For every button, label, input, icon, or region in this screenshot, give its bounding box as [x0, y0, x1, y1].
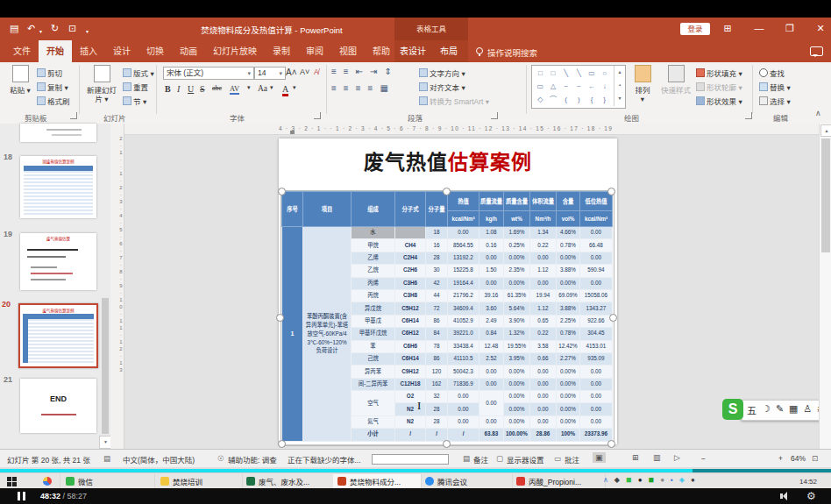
column-unit[interactable]: wt%	[504, 211, 530, 227]
ime-icon[interactable]: ♙	[804, 403, 813, 417]
table-cell[interactable]: 0.00%	[557, 415, 580, 428]
sogou-logo-icon[interactable]: S	[722, 399, 743, 420]
paragraph-icon[interactable]: ⇕	[384, 67, 391, 76]
table-cell[interactable]: 32	[426, 391, 448, 403]
table-cell[interactable]: 甲基环戊烷	[352, 328, 395, 340]
slide-thumbnail-18[interactable]: 固废热值估算案例	[20, 156, 96, 218]
table-cell[interactable]: 84	[426, 328, 448, 340]
taskbar-excel-button[interactable]: 废气、废水及...	[242, 474, 334, 488]
table-cell[interactable]: 0.16	[479, 239, 504, 252]
column-header[interactable]: 质量流量	[479, 192, 504, 211]
alignment-icon[interactable]: ≡	[356, 83, 361, 93]
table-cell[interactable]: 0.00	[530, 277, 557, 289]
table-cell[interactable]: 0.78%	[557, 239, 580, 252]
column-unit[interactable]: kcal/Nm³	[448, 211, 479, 227]
shrink-font-button[interactable]: A˅	[300, 67, 309, 76]
character-spacing-button[interactable]: AV	[230, 84, 239, 95]
normal-view-button[interactable]: ▣	[593, 452, 606, 463]
table-cell[interactable]: 1.08	[479, 227, 504, 239]
paragraph-icon[interactable]: ⇤	[356, 67, 363, 76]
table-cell[interactable]: C3H6	[395, 277, 426, 289]
taskbar-wechat-button[interactable]: 微信	[61, 474, 155, 488]
shape-icon[interactable]: ~	[572, 80, 586, 93]
italic-button[interactable]: I	[177, 84, 180, 94]
arrange-button[interactable]: 排列▾	[628, 65, 657, 103]
table-cell[interactable]: 0.00%	[504, 277, 530, 289]
grow-font-button[interactable]: A˄	[286, 67, 297, 77]
shape-icon[interactable]: ←	[586, 80, 599, 93]
tab-table-layout[interactable]: 布局	[440, 40, 458, 62]
windows-start-icon[interactable]	[7, 477, 17, 486]
table-cell[interactable]: 0.00	[580, 277, 613, 289]
language-status[interactable]: 中文(简体，中国大陆)	[123, 454, 195, 465]
table-cell[interactable]: 33438.4	[448, 340, 479, 352]
table-cell[interactable]: C9H12	[395, 366, 426, 378]
slide-thumbnail-20-selected[interactable]: 废气热值估算案例	[18, 303, 98, 368]
redo-icon[interactable]: ↻	[51, 22, 59, 34]
shape-icon[interactable]: □	[547, 67, 560, 80]
bold-button[interactable]: B	[165, 84, 171, 94]
zoom-level[interactable]: 64%	[791, 454, 806, 463]
vertical-scrollbar[interactable]: ▲	[819, 124, 831, 449]
slide-sorter-view-button[interactable]: ⊞	[629, 452, 642, 463]
table-cell[interactable]: 0.00	[580, 227, 613, 239]
shapes-gallery-scrollbar[interactable]: ▴▪▾	[614, 66, 625, 106]
thumbnail-scrollbar-thumb[interactable]	[102, 298, 109, 434]
fit-to-window-icon[interactable]: ⊡	[812, 454, 818, 463]
comments-bubble-icon[interactable]	[810, 46, 823, 56]
column-header[interactable]: 低位热值	[580, 192, 613, 211]
table-cell[interactable]: 2.25%	[557, 315, 580, 327]
table-cell[interactable]: 0.78%	[557, 328, 580, 340]
table-cell[interactable]: 66.48	[580, 239, 613, 252]
table-cell[interactable]: 12.48	[479, 340, 504, 352]
slide-layout-button[interactable]: 版式 ▾	[123, 67, 154, 78]
slideshow-button[interactable]: ▷	[671, 452, 683, 463]
menu-tab[interactable]: 开始	[39, 40, 72, 62]
table-cell[interactable]: 丙烯	[352, 277, 395, 289]
table-cell[interactable]: 0.00	[479, 391, 504, 416]
find-button[interactable]: 查找	[759, 67, 785, 78]
selection-handle[interactable]	[607, 440, 615, 448]
table-cell[interactable]: 12.42%	[557, 340, 580, 352]
table-cell[interactable]: 0.84	[479, 328, 504, 340]
change-case-button[interactable]: Aa	[258, 84, 267, 93]
zoom-out-button[interactable]: −	[701, 454, 706, 463]
table-cell[interactable]: 氮气	[352, 415, 395, 428]
selection-handle[interactable]	[443, 440, 451, 448]
table-cell[interactable]: 0.22	[530, 328, 557, 340]
minimize-button[interactable]: —	[752, 23, 766, 33]
shape-icon[interactable]: ▭	[534, 80, 547, 93]
table-cell[interactable]: 1.12	[530, 302, 557, 315]
table-cell[interactable]: 28	[426, 415, 448, 428]
table-cell[interactable]: 0.00	[479, 378, 504, 390]
table-cell[interactable]: 5.64%	[504, 302, 530, 315]
table-cell[interactable]: 0.00	[530, 415, 557, 428]
table-cell[interactable]: 0.00	[580, 366, 613, 378]
table-cell[interactable]: C6H6	[395, 340, 426, 352]
table-cell[interactable]: 13192.2	[448, 252, 479, 264]
ime-icon[interactable]: ▦	[789, 403, 798, 417]
table-cell[interactable]: 0.00	[530, 403, 557, 415]
table-cell[interactable]: 28	[426, 403, 448, 415]
paragraph-icon[interactable]: ⇥	[370, 67, 377, 76]
ime-icon[interactable]: ☽	[762, 403, 771, 417]
table-cell[interactable]: 100%	[557, 429, 580, 441]
reset-slide-button[interactable]: 重置	[123, 82, 148, 92]
reading-view-button[interactable]: ▥	[650, 452, 664, 463]
menu-tab[interactable]: 审阅	[298, 40, 331, 62]
ribbon-display-options-icon[interactable]: ⊞	[721, 23, 735, 34]
table-cell[interactable]: 异戊烷	[352, 302, 395, 315]
table-cell[interactable]: 0.00	[479, 277, 504, 289]
table-cell[interactable]: 0.00	[448, 391, 479, 403]
table-cell[interactable]: C6H12	[395, 328, 426, 340]
table-cell[interactable]: 41110.5	[448, 352, 479, 365]
alignment-icon[interactable]: ▦	[380, 83, 387, 93]
table-cell[interactable]: 0.22	[530, 239, 557, 252]
column-unit[interactable]: kcal/Nm³	[580, 211, 613, 227]
table-cell[interactable]: 1.69%	[504, 227, 530, 239]
shape-icon[interactable]: }	[598, 93, 611, 106]
table-cell[interactable]: 0.00	[479, 252, 504, 264]
restore-button[interactable]: ❐	[783, 23, 797, 34]
table-cell[interactable]: 63.83	[479, 429, 504, 441]
accessibility-status[interactable]: 辅助功能: 调查	[228, 454, 277, 465]
